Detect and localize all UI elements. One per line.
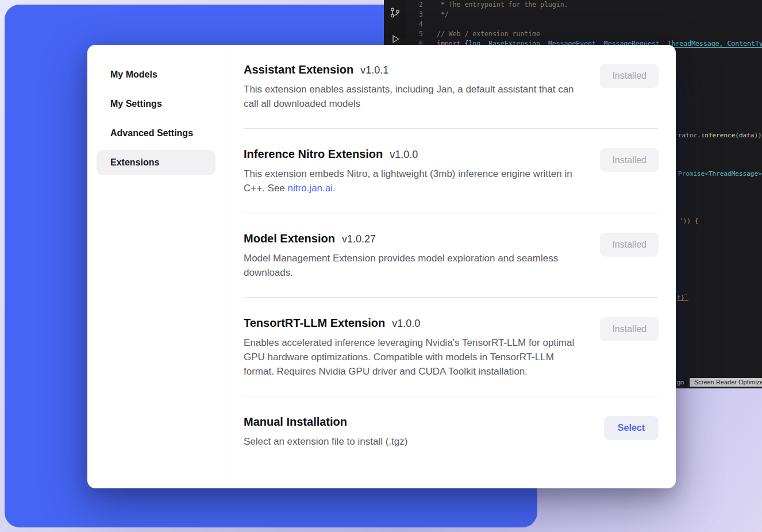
extension-header: TensortRT-LLM Extension v1.0.0 [244,317,580,330]
extension-version: v1.0.0 [390,149,418,161]
extension-description: This extension embeds Nitro, a lightweig… [244,167,580,195]
extension-name: Assistant Extension [244,63,353,76]
status-text: go [677,379,684,385]
extension-info: Manual Installation Select an extension … [244,415,407,449]
installed-button[interactable]: Installed [600,148,659,172]
extension-description: Enables accelerated inference leveraging… [244,336,580,379]
extension-info: Inference Nitro Extension v1.0.0 This ex… [244,148,580,195]
code-area: 2 * The entrypoint for the plugin. 3 */ … [384,0,762,49]
installed-button[interactable]: Installed [600,317,659,341]
extension-version: v1.0.0 [392,318,420,330]
installed-button[interactable]: Installed [600,233,659,257]
extension-name: Manual Installation [244,415,347,429]
code-line: 2 * The entrypoint for the plugin. [384,0,762,10]
code-text: * The entrypoint for the plugin. [437,0,568,10]
extension-row-model: Model Extension v1.0.27 Model Management… [244,213,659,298]
code-line: 5 // Web / extension runtime [384,29,762,39]
extensions-list: Assistant Extension v1.0.1 This extensio… [225,45,676,488]
line-number: 5 [384,29,423,39]
extension-row-manual-installation: Manual Installation Select an extension … [244,396,659,466]
extension-info: Assistant Extension v1.0.1 This extensio… [244,63,580,111]
nav-item-extensions[interactable]: Extensions [97,150,215,175]
extension-version: v1.0.27 [342,233,376,245]
code-text: // Web / extension runtime [437,29,540,39]
nav-item-advanced-settings[interactable]: Advanced Settings [97,121,215,146]
extension-name: Model Extension [244,232,335,245]
code-text: */ [437,10,449,20]
line-number: 4 [384,20,423,29]
nav-item-my-settings[interactable]: My Settings [97,91,215,117]
installed-button[interactable]: Installed [600,64,659,88]
extension-row-tensorrt-llm: TensortRT-LLM Extension v1.0.0 Enables a… [244,298,659,396]
extension-name: TensortRT-LLM Extension [244,317,385,330]
code-fragment: ')) { [679,217,698,225]
extension-header: Assistant Extension v1.0.1 [244,63,580,76]
extension-row-inference-nitro: Inference Nitro Extension v1.0.0 This ex… [244,129,659,213]
extension-description: Model Management Extension provides mode… [244,251,580,280]
code-fragment: t}` [677,294,688,301]
line-number: 2 [384,0,423,10]
extension-header: Manual Installation [244,415,407,429]
settings-nav: My Models My Settings Advanced Settings … [87,45,225,488]
select-button[interactable]: Select [604,416,659,440]
extension-info: TensortRT-LLM Extension v1.0.0 Enables a… [244,317,580,379]
code-fragment: rator.inference(data)); [678,132,762,139]
line-number: 3 [384,10,423,20]
screen-reader-badge[interactable]: Screen Reader Optimized [690,378,762,387]
extension-info: Model Extension v1.0.27 Model Management… [244,232,580,280]
extension-header: Model Extension v1.0.27 [244,232,580,245]
code-line: 3 */ [384,10,762,20]
extension-description: This extension enables assistants, inclu… [244,82,580,111]
code-fragment: Promise<ThreadMessage> [678,170,762,178]
extension-header: Inference Nitro Extension v1.0.0 [244,148,580,161]
extension-name: Inference Nitro Extension [244,148,383,161]
code-line: 4 [384,20,762,29]
extension-row-assistant: Assistant Extension v1.0.1 This extensio… [244,45,659,129]
settings-modal: My Models My Settings Advanced Settings … [87,45,676,488]
nav-item-my-models[interactable]: My Models [97,62,215,87]
extension-version: v1.0.1 [360,64,388,76]
extension-description: Select an extension file to install (.tg… [244,434,407,449]
nitro-jan-ai-link[interactable]: nitro.jan.ai. [288,183,336,194]
